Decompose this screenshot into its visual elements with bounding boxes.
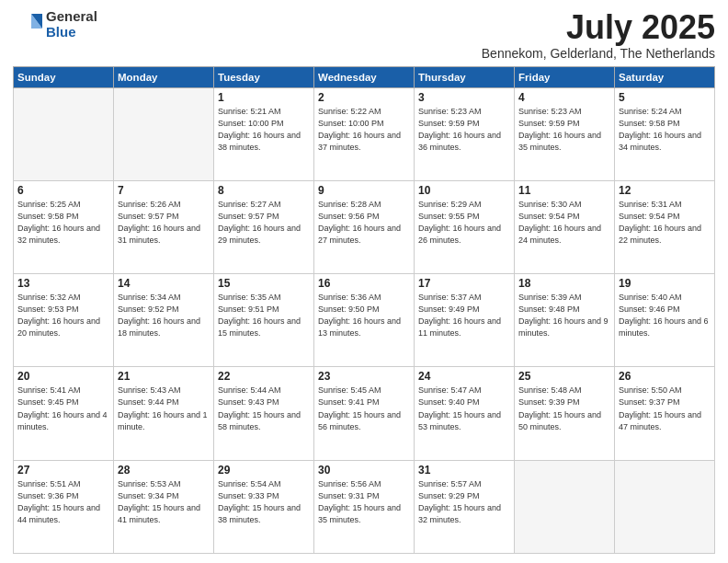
table-row: 23Sunrise: 5:45 AM Sunset: 9:41 PM Dayli… [314,367,415,460]
day-info: Sunrise: 5:25 AM Sunset: 9:58 PM Dayligh… [17,199,109,247]
table-row: 16Sunrise: 5:36 AM Sunset: 9:50 PM Dayli… [314,274,415,367]
day-number: 4 [518,91,610,104]
table-row: 5Sunrise: 5:24 AM Sunset: 9:58 PM Daylig… [615,87,715,180]
col-thursday: Thursday [415,66,515,87]
day-info: Sunrise: 5:32 AM Sunset: 9:53 PM Dayligh… [17,292,109,339]
table-row [14,87,114,180]
day-number: 17 [418,277,510,290]
day-info: Sunrise: 5:45 AM Sunset: 9:41 PM Dayligh… [318,385,410,432]
calendar-week-row: 20Sunrise: 5:41 AM Sunset: 9:45 PM Dayli… [14,367,715,460]
table-row: 4Sunrise: 5:23 AM Sunset: 9:59 PM Daylig… [515,87,615,180]
col-monday: Monday [114,66,214,87]
day-info: Sunrise: 5:29 AM Sunset: 9:55 PM Dayligh… [418,199,510,247]
calendar-table: Sunday Monday Tuesday Wednesday Thursday… [13,66,715,554]
col-tuesday: Tuesday [214,66,314,87]
table-row: 9Sunrise: 5:28 AM Sunset: 9:56 PM Daylig… [314,180,415,273]
table-row: 27Sunrise: 5:51 AM Sunset: 9:36 PM Dayli… [14,460,114,553]
table-row: 28Sunrise: 5:53 AM Sunset: 9:34 PM Dayli… [114,460,214,553]
day-number: 11 [518,184,610,197]
day-info: Sunrise: 5:23 AM Sunset: 9:59 PM Dayligh… [518,106,610,154]
table-row: 10Sunrise: 5:29 AM Sunset: 9:55 PM Dayli… [415,180,515,273]
day-number: 20 [17,370,109,383]
day-info: Sunrise: 5:40 AM Sunset: 9:46 PM Dayligh… [619,292,711,339]
day-info: Sunrise: 5:30 AM Sunset: 9:54 PM Dayligh… [518,199,610,247]
day-number: 26 [619,370,711,383]
table-row: 1Sunrise: 5:21 AM Sunset: 10:00 PM Dayli… [214,87,314,180]
day-info: Sunrise: 5:36 AM Sunset: 9:50 PM Dayligh… [318,292,410,339]
table-row: 20Sunrise: 5:41 AM Sunset: 9:45 PM Dayli… [14,367,114,460]
calendar-week-row: 1Sunrise: 5:21 AM Sunset: 10:00 PM Dayli… [14,87,715,180]
day-number: 25 [518,370,610,383]
day-info: Sunrise: 5:39 AM Sunset: 9:48 PM Dayligh… [518,292,610,339]
calendar-week-row: 27Sunrise: 5:51 AM Sunset: 9:36 PM Dayli… [14,460,715,553]
logo: General Blue [13,9,97,40]
table-row: 13Sunrise: 5:32 AM Sunset: 9:53 PM Dayli… [14,274,114,367]
day-number: 7 [118,184,210,197]
day-number: 13 [17,277,109,290]
day-info: Sunrise: 5:41 AM Sunset: 9:45 PM Dayligh… [17,385,109,432]
day-number: 22 [218,370,310,383]
table-row: 2Sunrise: 5:22 AM Sunset: 10:00 PM Dayli… [314,87,415,180]
col-sunday: Sunday [14,66,114,87]
day-info: Sunrise: 5:43 AM Sunset: 9:44 PM Dayligh… [118,385,210,432]
day-number: 30 [318,464,410,477]
col-friday: Friday [515,66,615,87]
table-row: 18Sunrise: 5:39 AM Sunset: 9:48 PM Dayli… [515,274,615,367]
logo-text: General Blue [46,9,97,40]
table-row: 22Sunrise: 5:44 AM Sunset: 9:43 PM Dayli… [214,367,314,460]
day-number: 29 [218,464,310,477]
day-info: Sunrise: 5:48 AM Sunset: 9:39 PM Dayligh… [518,385,610,432]
day-number: 28 [118,464,210,477]
title-block: July 2025 Bennekom, Gelderland, The Neth… [482,9,715,61]
header: General Blue July 2025 Bennekom, Gelderl… [13,9,715,61]
day-info: Sunrise: 5:27 AM Sunset: 9:57 PM Dayligh… [218,199,310,247]
logo-icon [13,10,42,40]
calendar-header-row: Sunday Monday Tuesday Wednesday Thursday… [14,66,715,87]
day-info: Sunrise: 5:23 AM Sunset: 9:59 PM Dayligh… [418,106,510,154]
table-row: 15Sunrise: 5:35 AM Sunset: 9:51 PM Dayli… [214,274,314,367]
day-number: 3 [418,91,510,104]
table-row: 11Sunrise: 5:30 AM Sunset: 9:54 PM Dayli… [515,180,615,273]
day-number: 5 [619,91,711,104]
table-row [114,87,214,180]
page: General Blue July 2025 Bennekom, Gelderl… [0,0,728,563]
day-number: 12 [619,184,711,197]
table-row: 30Sunrise: 5:56 AM Sunset: 9:31 PM Dayli… [314,460,415,553]
day-number: 16 [318,277,410,290]
table-row: 21Sunrise: 5:43 AM Sunset: 9:44 PM Dayli… [114,367,214,460]
day-info: Sunrise: 5:22 AM Sunset: 10:00 PM Daylig… [318,106,410,154]
day-info: Sunrise: 5:24 AM Sunset: 9:58 PM Dayligh… [619,106,711,154]
day-info: Sunrise: 5:37 AM Sunset: 9:49 PM Dayligh… [418,292,510,339]
day-info: Sunrise: 5:34 AM Sunset: 9:52 PM Dayligh… [118,292,210,339]
table-row: 26Sunrise: 5:50 AM Sunset: 9:37 PM Dayli… [615,367,715,460]
day-info: Sunrise: 5:26 AM Sunset: 9:57 PM Dayligh… [118,199,210,247]
logo-general-label: General [46,9,97,25]
day-info: Sunrise: 5:35 AM Sunset: 9:51 PM Dayligh… [218,292,310,339]
table-row: 14Sunrise: 5:34 AM Sunset: 9:52 PM Dayli… [114,274,214,367]
table-row: 8Sunrise: 5:27 AM Sunset: 9:57 PM Daylig… [214,180,314,273]
day-info: Sunrise: 5:53 AM Sunset: 9:34 PM Dayligh… [118,478,210,526]
day-number: 14 [118,277,210,290]
table-row: 6Sunrise: 5:25 AM Sunset: 9:58 PM Daylig… [14,180,114,273]
day-info: Sunrise: 5:21 AM Sunset: 10:00 PM Daylig… [218,106,310,154]
table-row: 31Sunrise: 5:57 AM Sunset: 9:29 PM Dayli… [415,460,515,553]
day-number: 8 [218,184,310,197]
day-number: 15 [218,277,310,290]
table-row [515,460,615,553]
calendar-week-row: 13Sunrise: 5:32 AM Sunset: 9:53 PM Dayli… [14,274,715,367]
day-number: 21 [118,370,210,383]
table-row: 17Sunrise: 5:37 AM Sunset: 9:49 PM Dayli… [415,274,515,367]
col-wednesday: Wednesday [314,66,415,87]
day-info: Sunrise: 5:56 AM Sunset: 9:31 PM Dayligh… [318,478,410,526]
day-info: Sunrise: 5:47 AM Sunset: 9:40 PM Dayligh… [418,385,510,432]
table-row: 25Sunrise: 5:48 AM Sunset: 9:39 PM Dayli… [515,367,615,460]
day-number: 31 [418,464,510,477]
day-number: 2 [318,91,410,104]
day-number: 6 [17,184,109,197]
month-title: July 2025 [482,9,715,46]
day-number: 9 [318,184,410,197]
day-info: Sunrise: 5:54 AM Sunset: 9:33 PM Dayligh… [218,478,310,526]
day-info: Sunrise: 5:51 AM Sunset: 9:36 PM Dayligh… [17,478,109,526]
day-number: 24 [418,370,510,383]
table-row: 12Sunrise: 5:31 AM Sunset: 9:54 PM Dayli… [615,180,715,273]
